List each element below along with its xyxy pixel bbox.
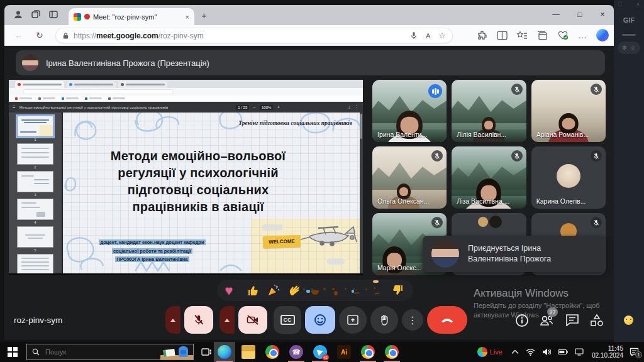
search-input[interactable] — [44, 348, 132, 356]
wifi-icon[interactable] — [526, 348, 535, 356]
add-favorite-icon[interactable]: ☆ — [438, 31, 446, 40]
thumbnail-slide[interactable] — [17, 143, 53, 165]
tab-actions-icon[interactable] — [48, 9, 58, 19]
volume-icon[interactable] — [542, 348, 551, 356]
raise-hand-button[interactable] — [370, 306, 398, 334]
participant-tile[interactable]: Ірина Валенти... — [372, 80, 447, 142]
taskbar-telegram-icon[interactable]: 42 — [309, 342, 331, 362]
taskbar-illustrator-icon[interactable]: Ai — [333, 342, 355, 362]
desktop: □ × GIF ❆ ☺ Meet: "roz-pinv-sym" — [0, 0, 644, 362]
activities-button[interactable] — [589, 314, 604, 327]
gif-tab-label[interactable]: GIF — [614, 16, 644, 24]
cloud-doodle — [327, 258, 345, 265]
thumbnail-slide[interactable] — [17, 199, 53, 220]
chat-button[interactable] — [565, 314, 579, 326]
shared-screen[interactable]: ≡ Методи емоційно-вольової регуляції у п… — [9, 80, 363, 275]
mic-options-chevron[interactable] — [165, 306, 180, 334]
browser-essentials-icon[interactable] — [557, 30, 569, 40]
participant-tile[interactable]: Ольга Олексан... — [372, 146, 447, 209]
address-bar[interactable]: https://meet.google.com/roz-pinv-sym A ☆ — [55, 28, 453, 43]
thumbnail-slide[interactable] — [17, 226, 53, 248]
meet-favicon — [74, 13, 81, 21]
pdf-more-icon[interactable]: ⋮ — [354, 105, 359, 110]
refresh-button[interactable]: ↻ — [36, 30, 43, 40]
voice-search-icon[interactable] — [410, 31, 418, 40]
extensions-icon[interactable] — [477, 30, 487, 41]
reaction-joy[interactable] — [308, 283, 322, 297]
reaction-astonished[interactable] — [329, 283, 343, 297]
recent-emoji-face[interactable] — [624, 315, 633, 325]
reaction-party-popper[interactable] — [267, 283, 280, 297]
favorites-icon[interactable] — [517, 31, 528, 40]
thumbnail-number: 3 — [17, 193, 53, 197]
presenter-avatar — [22, 55, 38, 71]
captions-button[interactable]: CC — [274, 306, 301, 334]
camera-toggle-button[interactable] — [238, 306, 267, 334]
meeting-details-button[interactable] — [515, 314, 529, 327]
taskbar-search-box[interactable] — [26, 344, 194, 360]
workspaces-icon[interactable] — [31, 9, 41, 19]
more-options-button[interactable]: ⋮ — [402, 309, 423, 331]
settings-more-icon[interactable]: … — [578, 30, 587, 40]
slide-thumbnails-panel[interactable]: 1 2 3 4 5 6 7 — [9, 112, 62, 273]
taskbar-chrome-profile1-icon[interactable] — [357, 342, 379, 362]
reaction-thinking[interactable] — [370, 283, 384, 297]
taskbar-file-explorer-icon[interactable] — [238, 342, 259, 362]
start-button[interactable] — [8, 347, 18, 357]
taskbar-edge-icon[interactable] — [214, 342, 235, 362]
taskbar-chrome-profile2-icon[interactable] — [381, 342, 402, 362]
participant-tile[interactable]: Лілія Василівн... — [452, 80, 526, 142]
zoom-in-icon[interactable]: + — [277, 105, 280, 110]
pdf-menu-icon[interactable]: ≡ — [13, 105, 16, 110]
presenter-name: Ірина Валентинівна Прожога (Презентація) — [46, 58, 209, 68]
emoji-category-pill[interactable]: ❆ ☺ — [618, 41, 640, 54]
read-aloud-icon[interactable]: A — [426, 32, 430, 40]
reactions-button[interactable] — [305, 306, 335, 334]
thumbnail-slide[interactable] — [17, 171, 53, 192]
tab-close-icon[interactable]: × — [186, 13, 189, 21]
reaction-sparkling-heart[interactable]: ♥ — [225, 283, 239, 297]
back-button[interactable]: ← — [14, 30, 23, 40]
taskbar-clock[interactable]: 11:45 02.10.2024 — [591, 345, 623, 359]
leave-call-button[interactable] — [427, 306, 467, 334]
reaction-clapping-hands[interactable] — [287, 283, 301, 297]
tab-meet[interactable]: Meet: "roz-pinv-sym" × — [69, 8, 194, 25]
participant-tile[interactable]: Карина Олегів... — [531, 146, 606, 209]
reaction-crying[interactable] — [350, 283, 364, 297]
window-maximize-button[interactable]: □ — [574, 10, 586, 19]
reaction-thumbs-down[interactable] — [391, 283, 405, 297]
present-screen-button[interactable] — [339, 306, 367, 334]
zoom-out-icon[interactable]: − — [253, 105, 256, 110]
collections-icon[interactable] — [537, 31, 548, 40]
mic-toggle-button[interactable] — [184, 306, 213, 334]
live-app-icon[interactable] — [477, 347, 487, 357]
taskbar-viber-icon[interactable]: ☎ — [286, 342, 307, 362]
action-center-icon[interactable]: 1 — [630, 348, 639, 356]
taskbar-chrome-icon[interactable] — [262, 342, 283, 362]
browser-toolbar: ← ↻ https://meet.google.com/roz-pinv-sym… — [4, 25, 614, 46]
pdf-download-icon[interactable]: ↓ — [348, 105, 350, 110]
pdf-scrollbar[interactable] — [360, 112, 363, 273]
split-screen-icon[interactable] — [497, 31, 508, 40]
cloud-doodle — [262, 224, 283, 231]
copilot-icon[interactable] — [596, 29, 609, 41]
shared-bookmarks-bar — [9, 96, 363, 102]
camera-options-chevron[interactable] — [219, 306, 235, 334]
task-view-icon[interactable] — [201, 347, 212, 359]
search-highlight-illustration[interactable] — [160, 344, 193, 359]
participant-name: Аріана Романів... — [536, 131, 589, 138]
thumbnail-number: 2 — [17, 165, 53, 169]
display-connect-icon[interactable] — [575, 348, 584, 356]
window-close-button[interactable]: × — [596, 10, 609, 19]
reaction-thumbs-up[interactable] — [246, 283, 260, 297]
profile-icon[interactable] — [13, 9, 23, 19]
participant-tile[interactable]: Аріана Романів... — [531, 80, 606, 142]
battery-icon[interactable] — [558, 349, 568, 355]
new-tab-button[interactable]: + — [201, 10, 207, 21]
thumbnail-slide[interactable] — [17, 116, 53, 137]
participant-tile[interactable]: Ліза Василівна ... — [452, 146, 526, 209]
thumbnail-slide[interactable] — [17, 254, 53, 273]
window-minimize-button[interactable]: — — [550, 10, 562, 19]
tray-chevron-icon[interactable] — [511, 349, 519, 354]
reactions-bar: ♥ — [217, 280, 413, 301]
